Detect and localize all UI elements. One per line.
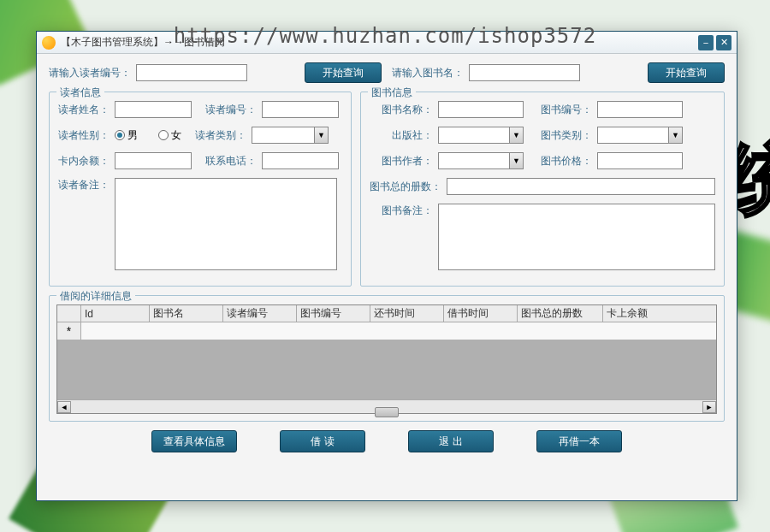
reader-name-input[interactable] bbox=[115, 101, 192, 118]
book-type-label: 图书类别： bbox=[541, 128, 592, 143]
grid-corner bbox=[57, 305, 81, 322]
total-input[interactable] bbox=[447, 178, 715, 195]
reader-gender-label: 读者性别： bbox=[58, 128, 110, 143]
publisher-label: 出版社： bbox=[370, 128, 433, 143]
detail-grid[interactable]: Id 图书名 读者编号 图书编号 还书时间 借书时间 图书总的册数 卡上余额 *… bbox=[56, 304, 717, 414]
col-balance[interactable]: 卡上余额 bbox=[603, 305, 716, 322]
borrow-detail-panel: 借阅的详细信息 Id 图书名 读者编号 图书编号 还书时间 借书时间 图书总的册… bbox=[49, 295, 725, 422]
app-icon bbox=[42, 36, 56, 50]
detail-panel-legend: 借阅的详细信息 bbox=[56, 289, 135, 304]
window-title: 【木子图书管理系统】→→图书借阅 bbox=[61, 35, 698, 50]
scroll-thumb[interactable] bbox=[375, 407, 399, 417]
book-id-label: 图书编号： bbox=[541, 103, 592, 117]
col-bookid[interactable]: 图书编号 bbox=[297, 305, 370, 322]
price-input[interactable] bbox=[597, 152, 683, 169]
view-detail-button[interactable]: 查看具体信息 bbox=[151, 430, 237, 452]
phone-input[interactable] bbox=[262, 152, 339, 169]
reader-remark-label: 读者备注： bbox=[58, 178, 110, 192]
reader-type-select[interactable]: ▼ bbox=[252, 127, 329, 144]
gender-male-radio[interactable]: 男 bbox=[115, 128, 138, 143]
grid-header: Id 图书名 读者编号 图书编号 还书时间 借书时间 图书总的册数 卡上余额 bbox=[57, 305, 716, 322]
reader-remark-textarea[interactable] bbox=[115, 178, 337, 270]
titlebar: 【木子图书管理系统】→→图书借阅 − ✕ bbox=[37, 32, 737, 54]
scroll-right-button[interactable]: ► bbox=[702, 401, 716, 413]
main-window: 【木子图书管理系统】→→图书借阅 − ✕ 请输入读者编号： 开始查询 请输入图书… bbox=[36, 31, 737, 501]
query-book-button[interactable]: 开始查询 bbox=[648, 62, 725, 83]
scroll-left-button[interactable]: ◄ bbox=[57, 401, 71, 413]
reader-id-search-label: 请输入读者编号： bbox=[49, 66, 131, 80]
phone-label: 联系电话： bbox=[205, 154, 257, 168]
gender-male-label: 男 bbox=[127, 128, 138, 143]
radio-icon bbox=[115, 130, 125, 140]
exit-button[interactable]: 退 出 bbox=[408, 430, 494, 452]
balance-label: 卡内余额： bbox=[58, 154, 110, 168]
book-name-search-label: 请输入图书名： bbox=[392, 66, 464, 80]
gender-female-radio[interactable]: 女 bbox=[158, 128, 181, 143]
book-name-search-input[interactable] bbox=[469, 64, 580, 81]
author-label: 图书作者： bbox=[370, 154, 433, 168]
book-type-select[interactable]: ▼ bbox=[597, 127, 683, 144]
grid-new-row[interactable]: * bbox=[57, 322, 716, 340]
total-label: 图书总的册数： bbox=[370, 180, 441, 194]
radio-icon bbox=[158, 130, 169, 140]
chevron-down-icon: ▼ bbox=[668, 127, 682, 143]
author-select[interactable]: ▼ bbox=[438, 152, 524, 169]
chevron-down-icon: ▼ bbox=[509, 153, 523, 168]
reader-name-label: 读者姓名： bbox=[58, 103, 110, 117]
book-info-panel: 图书信息 图书名称： 图书编号： 出版社： ▼ 图书类别： bbox=[360, 92, 725, 287]
reader-id-label: 读者编号： bbox=[205, 103, 257, 117]
newrow-marker: * bbox=[57, 322, 81, 340]
col-bookname[interactable]: 图书名 bbox=[150, 305, 223, 322]
reader-id-search-input[interactable] bbox=[136, 64, 247, 81]
query-reader-button[interactable]: 开始查询 bbox=[305, 62, 382, 83]
book-id-input[interactable] bbox=[597, 101, 683, 118]
balance-input[interactable] bbox=[115, 152, 192, 169]
book-name-input[interactable] bbox=[438, 101, 524, 118]
price-label: 图书价格： bbox=[541, 154, 592, 168]
reader-type-label: 读者类别： bbox=[195, 128, 246, 143]
gender-female-label: 女 bbox=[171, 128, 181, 143]
grid-body[interactable]: * bbox=[57, 322, 716, 399]
col-id[interactable]: Id bbox=[81, 305, 150, 322]
col-readerid[interactable]: 读者编号 bbox=[223, 305, 297, 322]
book-remark-label: 图书备注： bbox=[370, 204, 433, 218]
horizontal-scrollbar[interactable]: ◄ ► bbox=[57, 399, 716, 413]
reader-info-panel: 读者信息 读者姓名： 读者编号： 读者性别： 男 女 bbox=[49, 92, 352, 287]
borrow-again-button[interactable]: 再借一本 bbox=[536, 430, 622, 452]
reader-id-input[interactable] bbox=[262, 101, 339, 118]
chevron-down-icon: ▼ bbox=[509, 127, 523, 143]
book-name-label: 图书名称： bbox=[370, 103, 433, 117]
book-remark-textarea[interactable] bbox=[438, 204, 715, 270]
minimize-button[interactable]: − bbox=[698, 35, 714, 50]
col-borrowtime[interactable]: 借书时间 bbox=[444, 305, 518, 322]
book-panel-legend: 图书信息 bbox=[368, 86, 416, 100]
publisher-select[interactable]: ▼ bbox=[438, 127, 524, 144]
col-total[interactable]: 图书总的册数 bbox=[518, 305, 603, 322]
reader-panel-legend: 读者信息 bbox=[56, 86, 104, 100]
chevron-down-icon: ▼ bbox=[314, 127, 328, 143]
borrow-button[interactable]: 借 读 bbox=[280, 430, 365, 452]
close-button[interactable]: ✕ bbox=[716, 35, 732, 50]
col-returntime[interactable]: 还书时间 bbox=[370, 305, 444, 322]
